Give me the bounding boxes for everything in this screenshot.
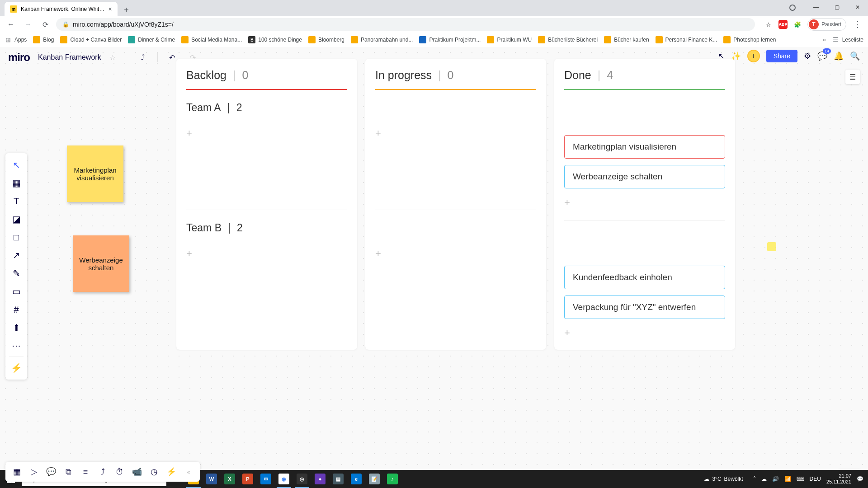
add-card-button[interactable]: +	[564, 197, 575, 207]
notifications-icon[interactable]: 🔔	[834, 51, 844, 61]
bookmark-apps[interactable]: ⊞Apps	[5, 36, 27, 43]
text-tool[interactable]: T	[5, 192, 27, 210]
history-icon[interactable]: ◷	[146, 463, 163, 480]
cursor-mode-icon[interactable]: ↖	[718, 51, 725, 61]
back-button[interactable]: ←	[5, 18, 17, 31]
keyboard-icon[interactable]: ⌨	[797, 476, 804, 482]
tray-chevron-icon[interactable]: ˄	[753, 476, 756, 482]
excel-icon[interactable]: X	[221, 470, 239, 488]
new-tab-button[interactable]: +	[120, 4, 133, 16]
address-bar[interactable]: 🔒 miro.com/app/board/uXjVOf8yZ1s=/	[56, 18, 755, 31]
forward-button[interactable]: →	[22, 18, 34, 31]
word-icon[interactable]: W	[203, 470, 221, 488]
reading-list-button[interactable]: ☰Leseliste	[832, 36, 863, 43]
reactions-icon[interactable]: ✨	[731, 51, 741, 61]
bookmark-item[interactable]: Cload + Canva Bilder	[60, 36, 122, 43]
comment-tool[interactable]: ▭	[5, 282, 27, 300]
edge-icon[interactable]: e	[347, 470, 365, 488]
kanban-card[interactable]: Verpackung für "XYZ" entwerfen	[564, 296, 725, 319]
redo-icon[interactable]: ↷	[187, 51, 199, 64]
add-card-button[interactable]: +	[375, 248, 386, 258]
line-tool[interactable]: ↗	[5, 246, 27, 264]
frame-tool[interactable]: #	[5, 300, 27, 319]
search-icon[interactable]: 🔍	[850, 51, 860, 61]
chat-icon[interactable]: 💬	[42, 463, 60, 480]
export-icon[interactable]: ⤴	[94, 463, 111, 480]
kanban-board[interactable]: Backlog | 0 Team A | 2 + Team B | 2	[176, 59, 735, 350]
star-bookmark-icon[interactable]: ☆	[764, 20, 773, 29]
timer-icon[interactable]: ⏱	[111, 463, 128, 480]
bookmark-item[interactable]: Photoshop lernen	[723, 36, 776, 43]
reload-button[interactable]: ⟳	[39, 18, 52, 31]
collapse-icon[interactable]: «	[180, 463, 197, 480]
close-window-button[interactable]: ✕	[847, 0, 868, 14]
app-icon[interactable]: ●	[311, 470, 329, 488]
frames-icon[interactable]: ▦	[8, 463, 25, 480]
column-in-progress[interactable]: In progress | 0 . + . +	[365, 59, 546, 350]
settings-icon[interactable]: ⚙	[804, 51, 811, 61]
minimize-button[interactable]: —	[806, 0, 826, 14]
pen-tool[interactable]: ✎	[5, 264, 27, 282]
select-tool[interactable]: ↖	[5, 156, 27, 174]
volume-icon[interactable]: 🔊	[772, 476, 779, 482]
bookmark-item[interactable]: Blog	[33, 36, 54, 43]
notepad-icon[interactable]: 📝	[365, 470, 383, 488]
present-icon[interactable]: ▷	[25, 463, 42, 480]
profile-button[interactable]: T Pausiert	[807, 18, 846, 31]
export-icon[interactable]: ⤴	[137, 51, 149, 64]
kanban-card[interactable]: Marketingplan visualisieren	[564, 135, 725, 159]
kanban-card[interactable]: Kundenfeedback einholen	[564, 266, 725, 289]
bookmark-item[interactable]: Panoramabahn und...	[351, 36, 413, 43]
voting-icon[interactable]: ≡	[77, 463, 94, 480]
obs-icon[interactable]: ◎	[293, 470, 311, 488]
activity-icon[interactable]: ⚡	[163, 463, 180, 480]
video-icon[interactable]: 📹	[128, 463, 146, 480]
clock[interactable]: 21:07 25.11.2021	[826, 473, 851, 485]
bookmark-item[interactable]: Praktikum WU	[487, 36, 532, 43]
more-tools[interactable]: ⋯	[5, 337, 27, 355]
bookmark-item[interactable]: Bücherliste Bücherei	[538, 36, 598, 43]
share-button[interactable]: Share	[766, 50, 797, 62]
close-tab-icon[interactable]: ×	[108, 5, 112, 13]
comments-icon[interactable]: 💬14	[817, 51, 827, 61]
bookmarks-overflow[interactable]: »	[823, 37, 826, 43]
notifications-tray-icon[interactable]: 💬	[857, 476, 863, 482]
maximize-button[interactable]: ▢	[826, 0, 847, 14]
bookmark-item[interactable]: Praktikum Projektm...	[419, 36, 481, 43]
upload-tool[interactable]: ⬆	[5, 319, 27, 337]
bookmark-item[interactable]: Social Media Mana...	[181, 36, 242, 43]
chrome-icon[interactable]: ◉	[275, 470, 293, 488]
bookmark-item[interactable]: B100 schöne Dinge	[248, 36, 302, 43]
board-name[interactable]: Kanban Framework	[38, 53, 101, 61]
add-card-button[interactable]: +	[186, 248, 197, 258]
bookmark-item[interactable]: Dinner & Crime	[128, 36, 175, 43]
wifi-icon[interactable]: 📶	[784, 476, 791, 482]
spotify-icon[interactable]: ♪	[383, 470, 401, 488]
activity-panel-icon[interactable]: ☰	[845, 70, 860, 84]
language-indicator[interactable]: DEU	[810, 476, 821, 482]
column-done[interactable]: Done | 4 Marketingplan visualisieren Wer…	[554, 59, 735, 350]
bookmark-item[interactable]: Personal Finance K...	[656, 36, 717, 43]
add-card-button[interactable]: +	[564, 327, 575, 338]
screenshare-icon[interactable]: ⧉	[60, 463, 77, 480]
add-card-button[interactable]: +	[186, 127, 197, 138]
miro-logo[interactable]: miro	[8, 51, 30, 64]
bookmark-item[interactable]: Bücher kaufen	[604, 36, 649, 43]
user-avatar[interactable]: T	[747, 50, 760, 62]
sticky-note-orange[interactable]: Werbeanzeige schalten	[73, 235, 129, 292]
mail-icon[interactable]: ✉	[257, 470, 275, 488]
kanban-card[interactable]: Werbeanzeige schalten	[564, 165, 725, 188]
onedrive-icon[interactable]: ☁	[761, 476, 767, 482]
sticky-note-yellow[interactable]: Marketingplan visualisieren	[67, 145, 123, 202]
tab-overflow-icon[interactable]	[789, 5, 796, 11]
shape-tool[interactable]: □	[5, 228, 27, 246]
abp-extension-icon[interactable]: ABP	[778, 20, 788, 29]
extensions-icon[interactable]: 🧩	[793, 20, 802, 29]
bookmark-item[interactable]: Bloomberg	[308, 36, 344, 43]
column-backlog[interactable]: Backlog | 0 Team A | 2 + Team B | 2	[176, 59, 357, 350]
templates-tool[interactable]: ▦	[5, 174, 27, 192]
undo-icon[interactable]: ↶	[166, 51, 179, 64]
star-icon[interactable]: ☆	[109, 53, 116, 62]
browser-tab[interactable]: m Kanban Framework, Online Whit… ×	[5, 2, 118, 16]
add-card-button[interactable]: +	[375, 127, 386, 138]
